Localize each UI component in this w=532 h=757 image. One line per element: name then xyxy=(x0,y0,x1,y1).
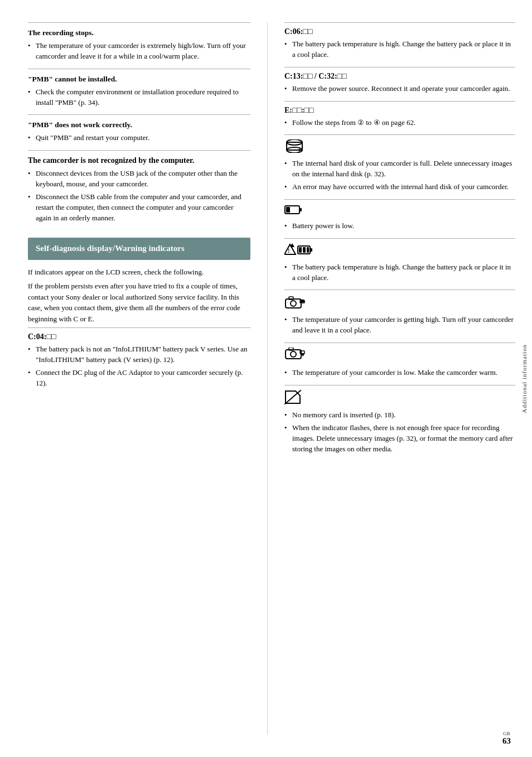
svg-rect-22 xyxy=(289,348,293,350)
svg-rect-5 xyxy=(299,208,302,211)
temp-cam-low-icon xyxy=(284,348,515,365)
section-memcard: No memory card is inserted (p. 18). When… xyxy=(284,385,515,461)
svg-line-26 xyxy=(284,390,301,404)
svg-rect-1 xyxy=(287,142,302,150)
temp-cam-low-svg xyxy=(284,348,306,362)
c04-squares: □□ xyxy=(46,332,56,341)
list-item: When the indicator flashes, there is not… xyxy=(284,423,515,455)
svg-point-3 xyxy=(298,149,301,151)
side-tab-label: Additional information xyxy=(521,344,528,413)
list-item: The temperature of your camcorder is low… xyxy=(284,368,515,378)
body-paragraph-1: If indicators appear on the LCD screen, … xyxy=(28,267,250,278)
list-item: Quit "PMB" and restart your computer. xyxy=(28,133,250,143)
svg-rect-13 xyxy=(307,247,309,253)
section-c04: C:04:□□ The battery pack is not an "Info… xyxy=(28,327,250,395)
highlight-box-self-diagnosis: Self-diagnosis display/Warning indicator… xyxy=(28,238,250,260)
side-tab: Additional information xyxy=(516,0,532,757)
section-title-not-recognized: The camcorder is not recognized by the c… xyxy=(28,156,250,165)
hdd-icon xyxy=(284,139,515,156)
bullet-list-temp-cam-low: The temperature of your camcorder is low… xyxy=(284,368,515,378)
code-c13-c32: C:13:□□ / C:32:□□ xyxy=(284,72,515,81)
svg-rect-11 xyxy=(299,247,302,253)
page-number: 63 xyxy=(502,736,511,746)
temp-battery-icon: ! xyxy=(284,243,515,259)
list-item: The temperature of your camcorder is get… xyxy=(284,315,515,336)
bullet-list-pmb-work: Quit "PMB" and restart your computer. xyxy=(28,133,250,143)
memcard-icon xyxy=(284,390,515,407)
list-item: The temperature of your camcorder is ext… xyxy=(28,41,250,62)
section-hdd-icon: The internal hard disk of your camcorder… xyxy=(284,134,515,199)
temp-cam-high-icon xyxy=(284,295,515,312)
list-item: Follow the steps from ② to ④ on page 62. xyxy=(284,118,515,128)
section-temp-cam-high: The temperature of your camcorder is get… xyxy=(284,290,515,343)
list-item: The battery pack is not an "InfoLITHIUM"… xyxy=(28,344,250,365)
list-item: Battery power is low. xyxy=(284,221,515,232)
temp-battery-svg: ! xyxy=(284,243,313,257)
section-pmb-work: "PMB" does not work correctly. Quit "PMB… xyxy=(28,114,250,150)
section-title-recording-stops: The recording stops. xyxy=(28,28,250,37)
right-column: C:06:□□ The battery pack temperature is … xyxy=(268,22,532,735)
section-battery-low: Battery power is low. xyxy=(284,199,515,238)
list-item: The internal hard disk of your camcorder… xyxy=(284,158,515,180)
bullet-list-pmb-install: Check the computer environment or instal… xyxy=(28,87,250,108)
code-c04: C:04:□□ xyxy=(28,332,250,341)
bullet-list-c04: The battery pack is not an "InfoLITHIUM"… xyxy=(28,344,250,388)
bullet-list-c13-c32: Remove the power source. Reconnect it an… xyxy=(284,84,515,94)
section-temp-cam-low: The temperature of your camcorder is low… xyxy=(284,343,515,385)
svg-point-21 xyxy=(291,351,296,357)
svg-rect-17 xyxy=(289,297,293,300)
battery-low-icon xyxy=(284,204,515,218)
svg-point-16 xyxy=(291,301,296,306)
section-e-code: E:□□:□□ Follow the steps from ② to ④ on … xyxy=(284,101,515,135)
hdd-svg-icon xyxy=(284,139,304,153)
bullet-list-temp-cam-high: The temperature of your camcorder is get… xyxy=(284,315,515,336)
left-column: The recording stops. The temperature of … xyxy=(0,22,268,735)
bullet-list-c06: The battery pack temperature is high. Ch… xyxy=(284,39,515,60)
list-item: Disconnect the USB cable from the comput… xyxy=(28,192,250,224)
section-temp-battery-high: ! The battery pack temperature is high. … xyxy=(284,238,515,290)
list-item: The battery pack temperature is high. Ch… xyxy=(284,262,515,283)
bullet-list-memcard: No memory card is inserted (p. 18). When… xyxy=(284,410,515,454)
bullet-list-not-recognized: Disconnect devices from the USB jack of … xyxy=(28,168,250,223)
section-c06: C:06:□□ The battery pack temperature is … xyxy=(284,22,515,67)
body-paragraph-2: If the problem persists even after you h… xyxy=(28,281,250,324)
list-item: Remove the power source. Reconnect it an… xyxy=(284,84,515,94)
memcard-svg xyxy=(284,390,301,404)
code-e: E:□□:□□ xyxy=(284,106,515,115)
section-title-pmb-work: "PMB" does not work correctly. xyxy=(28,120,250,129)
highlight-box-title: Self-diagnosis display/Warning indicator… xyxy=(36,243,243,254)
list-item: The battery pack temperature is high. Ch… xyxy=(284,39,515,60)
section-recording-stops: The recording stops. The temperature of … xyxy=(28,22,250,69)
list-item: Disconnect devices from the USB jack of … xyxy=(28,168,250,190)
svg-rect-12 xyxy=(303,247,306,253)
bullet-list-hdd: The internal hard disk of your camcorder… xyxy=(284,158,515,192)
section-pmb-install: "PMB" cannot be installed. Check the com… xyxy=(28,69,250,115)
list-item: An error may have occurred with the inte… xyxy=(284,182,515,192)
bullet-list-recording-stops: The temperature of your camcorder is ext… xyxy=(28,41,250,62)
svg-text:!: ! xyxy=(288,247,290,254)
list-item: Check the computer environment or instal… xyxy=(28,87,250,108)
section-title-pmb-install: "PMB" cannot be installed. xyxy=(28,75,250,84)
list-item: No memory card is inserted (p. 18). xyxy=(284,410,515,421)
section-not-recognized: The camcorder is not recognized by the c… xyxy=(28,150,250,230)
code-c06: C:06:□□ xyxy=(284,27,515,36)
section-c13-c32: C:13:□□ / C:32:□□ Remove the power sourc… xyxy=(284,67,515,101)
gb-label: GB xyxy=(503,731,510,736)
bullet-list-e: Follow the steps from ② to ④ on page 62. xyxy=(284,118,515,128)
battery-low-svg xyxy=(284,204,302,215)
svg-marker-7 xyxy=(284,244,296,254)
bullet-list-battery-low: Battery power is low. xyxy=(284,221,515,232)
svg-rect-6 xyxy=(286,207,290,213)
list-item: Connect the DC plug of the AC Adaptor to… xyxy=(28,368,250,389)
bullet-list-temp-battery: The battery pack temperature is high. Ch… xyxy=(284,262,515,283)
svg-rect-10 xyxy=(310,248,312,252)
temp-cam-high-svg xyxy=(284,295,306,309)
